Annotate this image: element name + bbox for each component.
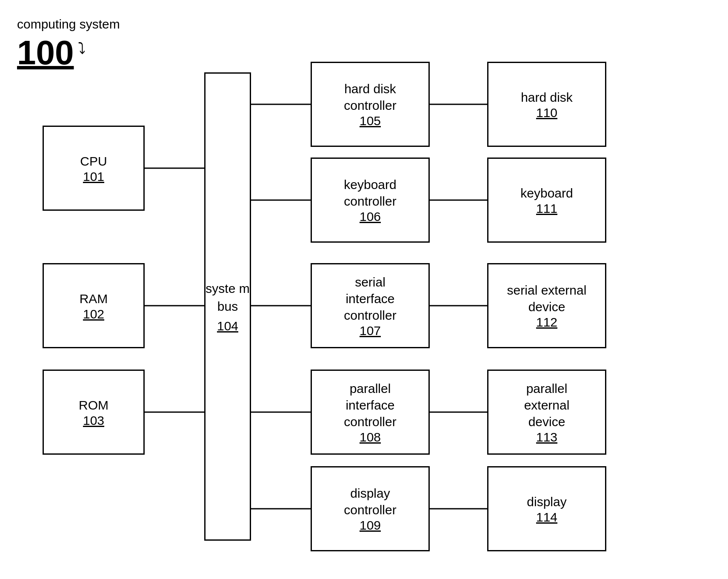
serial-ctrl-label: serialinterfacecontroller	[344, 274, 396, 324]
diagram: computing system 100 ⤵	[0, 0, 728, 579]
keyboard-box: keyboard 111	[487, 158, 606, 243]
ram-num: 102	[83, 307, 104, 321]
keyboard-label: keyboard	[520, 185, 573, 201]
computing-system-label: computing system	[17, 17, 120, 32]
serial-ext-num: 112	[536, 315, 557, 330]
kb-ctrl-label: keyboardcontroller	[344, 176, 396, 209]
system-number: 100	[17, 33, 74, 72]
parallel-ext-box: parallelexternaldevice 113	[487, 370, 606, 455]
hard-disk-num: 110	[536, 106, 557, 120]
system-bus-label: syste m bus	[206, 280, 250, 315]
cpu-label: CPU	[80, 153, 107, 169]
cpu-num: 101	[83, 169, 104, 184]
ram-box: RAM 102	[43, 263, 145, 348]
parallel-ctrl-num: 108	[360, 430, 381, 444]
cpu-box: CPU 101	[43, 126, 145, 211]
system-bus-num: 104	[217, 319, 238, 333]
serial-ext-box: serial externaldevice 112	[487, 263, 606, 348]
display-box: display 114	[487, 466, 606, 551]
hd-ctrl-box: hard diskcontroller 105	[311, 62, 430, 147]
parallel-ctrl-label: parallelinterfacecontroller	[344, 380, 396, 430]
hd-ctrl-num: 105	[360, 114, 381, 128]
kb-ctrl-box: keyboardcontroller 106	[311, 158, 430, 243]
display-num: 114	[536, 510, 557, 525]
display-ctrl-num: 109	[360, 518, 381, 533]
hard-disk-label: hard disk	[521, 89, 573, 106]
parallel-ctrl-box: parallelinterfacecontroller 108	[311, 370, 430, 455]
rom-label: ROM	[79, 397, 108, 413]
kb-ctrl-num: 106	[360, 209, 381, 224]
serial-ctrl-box: serialinterfacecontroller 107	[311, 263, 430, 348]
hd-ctrl-label: hard diskcontroller	[344, 80, 396, 114]
ram-label: RAM	[80, 290, 108, 307]
curly-arrow: ⤵	[78, 40, 86, 57]
serial-ctrl-num: 107	[360, 324, 381, 338]
system-bus-box: syste m bus 104	[204, 72, 251, 541]
serial-ext-label: serial externaldevice	[507, 282, 587, 315]
parallel-ext-label: parallelexternaldevice	[524, 380, 570, 430]
rom-box: ROM 103	[43, 370, 145, 455]
hard-disk-box: hard disk 110	[487, 62, 606, 147]
display-label: display	[527, 493, 566, 510]
display-ctrl-box: displaycontroller 109	[311, 466, 430, 551]
parallel-ext-num: 113	[536, 430, 557, 444]
keyboard-num: 111	[536, 201, 557, 216]
title-area: computing system 100 ⤵	[17, 17, 120, 72]
rom-num: 103	[83, 413, 104, 428]
display-ctrl-label: displaycontroller	[344, 485, 396, 518]
